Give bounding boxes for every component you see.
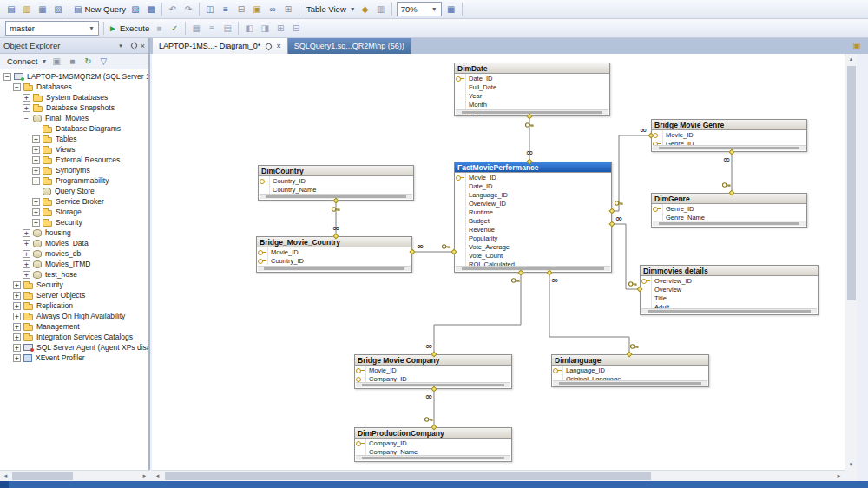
tree-item-management[interactable]: +Management bbox=[0, 321, 148, 332]
table-horizontal-scrollbar[interactable] bbox=[258, 266, 411, 271]
tree-item-sql-server-agent-agent-xps-disabled[interactable]: +SQL Server Agent (Agent XPs disabled) bbox=[0, 342, 148, 353]
table-column-row[interactable]: Full_Date bbox=[455, 82, 609, 91]
vertical-scroll-thumb[interactable] bbox=[847, 66, 856, 300]
connect-dropdown[interactable]: Connect▼ bbox=[3, 54, 49, 69]
save-icon-button[interactable]: ▦ bbox=[35, 2, 50, 17]
expand-icon[interactable]: + bbox=[32, 208, 40, 216]
scroll-right-icon[interactable]: ► bbox=[833, 471, 845, 481]
table-column-row[interactable]: Country_Name bbox=[259, 185, 413, 194]
document-outline-icon-button[interactable]: ▣ bbox=[849, 38, 865, 54]
table-column-row[interactable]: Revenue bbox=[455, 225, 611, 234]
outdent-icon-button[interactable]: ⊟ bbox=[288, 21, 304, 36]
table-column-row[interactable]: Budget bbox=[455, 216, 611, 225]
expand-icon[interactable]: + bbox=[32, 177, 40, 185]
tree-item-programmability[interactable]: +Programmability bbox=[0, 175, 148, 186]
expand-icon[interactable]: + bbox=[32, 156, 40, 164]
table-title-bar[interactable]: Bridge Movie Genre bbox=[652, 120, 806, 130]
table-title-bar[interactable]: DimCountry bbox=[259, 166, 413, 176]
table-column-row[interactable]: Vote_Count bbox=[455, 251, 611, 260]
diagram-table-dimmovies-details[interactable]: Dimmovies detailsOverview_IDOverviewTitl… bbox=[640, 265, 819, 315]
new-xmla-query-icon-button[interactable]: ▩ bbox=[143, 2, 159, 17]
canvas-vertical-scrollbar[interactable]: ▲ ▼ bbox=[845, 54, 857, 470]
expand-icon[interactable]: + bbox=[32, 146, 40, 154]
tree-item-movies-itmd[interactable]: +Movies_ITMD bbox=[0, 259, 148, 269]
expand-icon[interactable]: + bbox=[32, 219, 40, 227]
new-file-icon-button[interactable]: ▤ bbox=[3, 2, 19, 17]
table-title-bar[interactable]: Dimlanguage bbox=[552, 355, 708, 366]
table-column-row[interactable]: Popularity bbox=[455, 234, 611, 242]
refresh-icon-button[interactable]: ↻ bbox=[80, 54, 95, 69]
collapse-icon[interactable]: − bbox=[3, 73, 11, 81]
expand-icon[interactable]: + bbox=[23, 260, 30, 268]
diagram-table-bridge-movie-company[interactable]: Bridge Movie CompanyMovie_IDCompany_ID bbox=[354, 354, 512, 389]
tree-item-databases[interactable]: −Databases bbox=[0, 82, 148, 92]
tree-item-test-hose[interactable]: +test_hose bbox=[0, 269, 148, 280]
undo-icon-button[interactable]: ↶ bbox=[165, 2, 181, 17]
table-horizontal-scrollbar[interactable] bbox=[553, 380, 707, 386]
execute-button[interactable]: ►Execute bbox=[107, 21, 151, 36]
tree-item-xevent-profiler[interactable]: +XEvent Profiler bbox=[0, 353, 148, 363]
canvas-horizontal-scrollbar[interactable]: ◄ ► bbox=[152, 470, 845, 481]
expand-icon[interactable]: + bbox=[13, 292, 21, 300]
table-column-row[interactable]: Movie_ID bbox=[652, 130, 806, 139]
tree-item-laptop-1msmqr2m-sql-server-16-0-10[interactable]: −LAPTOP-1MSMQR2M (SQL Server 16.0.10... bbox=[0, 71, 148, 82]
table-column-row[interactable]: Country_ID bbox=[257, 256, 411, 265]
diagram-canvas[interactable]: DimDateDate_IDFull_DateYearMonthDayBridg… bbox=[152, 54, 845, 470]
uncomment-icon-button[interactable]: ◨ bbox=[257, 21, 273, 36]
scroll-up-icon[interactable]: ▲ bbox=[845, 54, 857, 64]
tree-item-views[interactable]: +Views bbox=[0, 144, 148, 155]
diagram-table-dimproductioncompany[interactable]: DimProductionCompanyCompany_IDCompany_Na… bbox=[354, 427, 512, 462]
table-view-dropdown[interactable]: Table View▼ bbox=[302, 2, 358, 17]
expand-icon[interactable]: + bbox=[32, 198, 40, 206]
tree-item-always-on-high-availability[interactable]: +Always On High Availability bbox=[0, 311, 148, 321]
new-table-icon-button[interactable]: ◫ bbox=[202, 2, 218, 17]
scroll-right-icon[interactable]: ► bbox=[139, 471, 150, 481]
collapse-icon[interactable]: − bbox=[13, 83, 21, 91]
new-query-button[interactable]: ▤New Query bbox=[72, 2, 128, 17]
table-column-row[interactable]: Movie_ID bbox=[257, 247, 411, 256]
expand-icon[interactable]: + bbox=[13, 281, 21, 289]
results-grid-icon-button[interactable]: ▦ bbox=[188, 21, 204, 36]
tree-item-replication[interactable]: +Replication bbox=[0, 300, 148, 311]
collapse-icon[interactable]: − bbox=[23, 115, 30, 122]
expand-icon[interactable]: + bbox=[23, 229, 30, 237]
document-tab-1[interactable]: LAPTOP-1MS...- Diagram_0*× bbox=[153, 38, 288, 54]
database-combo[interactable]: master▼ bbox=[5, 21, 99, 36]
expand-icon[interactable]: + bbox=[32, 167, 40, 175]
table-horizontal-scrollbar[interactable] bbox=[653, 145, 806, 150]
expand-icon[interactable]: + bbox=[13, 333, 21, 341]
window-position-icon[interactable]: ▾ bbox=[119, 43, 122, 49]
parse-icon-button[interactable]: ✓ bbox=[167, 21, 182, 36]
tree-item-service-broker[interactable]: +Service Broker bbox=[0, 196, 148, 207]
tree-item-query-store[interactable]: Query Store bbox=[0, 186, 148, 196]
table-horizontal-scrollbar[interactable] bbox=[456, 266, 610, 271]
tree-item-security[interactable]: +Security bbox=[0, 280, 148, 290]
tree-item-final-movies[interactable]: −Final_Movies bbox=[0, 113, 148, 123]
table-column-row[interactable]: Year bbox=[455, 91, 609, 100]
relationships-icon-button[interactable]: ∞ bbox=[265, 2, 280, 17]
tree-item-synonyms[interactable]: +Synonyms bbox=[0, 165, 148, 175]
close-icon[interactable]: × bbox=[141, 42, 145, 50]
tree-item-movies-db[interactable]: +movies_db bbox=[0, 248, 148, 259]
filter-icon-button[interactable]: ▽ bbox=[95, 54, 111, 69]
tree-item-database-diagrams[interactable]: Database Diagrams bbox=[0, 123, 148, 134]
table-column-row[interactable]: Month bbox=[455, 100, 609, 109]
show-relationship-labels-icon-button[interactable]: ◆ bbox=[358, 2, 373, 17]
expand-icon[interactable]: + bbox=[23, 250, 30, 258]
table-column-row[interactable]: Date_ID bbox=[455, 181, 611, 190]
tree-item-database-snapshots[interactable]: +Database Snapshots bbox=[0, 102, 148, 113]
arrange-tables-icon-button[interactable]: ▦ bbox=[444, 2, 459, 17]
diagram-table-factmovieperformance[interactable]: FactMoviePerformanceMovie_IDDate_IDLangu… bbox=[454, 162, 612, 273]
table-column-row[interactable]: Date_ID bbox=[455, 74, 609, 82]
expand-icon[interactable]: + bbox=[23, 104, 30, 112]
table-column-row[interactable]: Runtime bbox=[455, 208, 611, 216]
table-column-row[interactable]: Language_ID bbox=[552, 366, 708, 374]
tree-item-security[interactable]: +Security bbox=[0, 217, 148, 228]
cancel-query-icon-button[interactable]: ■ bbox=[151, 21, 167, 36]
tree-item-storage[interactable]: +Storage bbox=[0, 207, 148, 217]
table-title-bar[interactable]: Bridge_Movie_Country bbox=[257, 237, 411, 247]
document-tab-2[interactable]: SQLQuery1.sq...QR2M\hp (56)) bbox=[288, 38, 411, 54]
expand-icon[interactable]: + bbox=[13, 354, 21, 362]
tree-item-housing[interactable]: +housing bbox=[0, 228, 148, 238]
table-column-row[interactable]: Company_ID bbox=[355, 439, 511, 447]
